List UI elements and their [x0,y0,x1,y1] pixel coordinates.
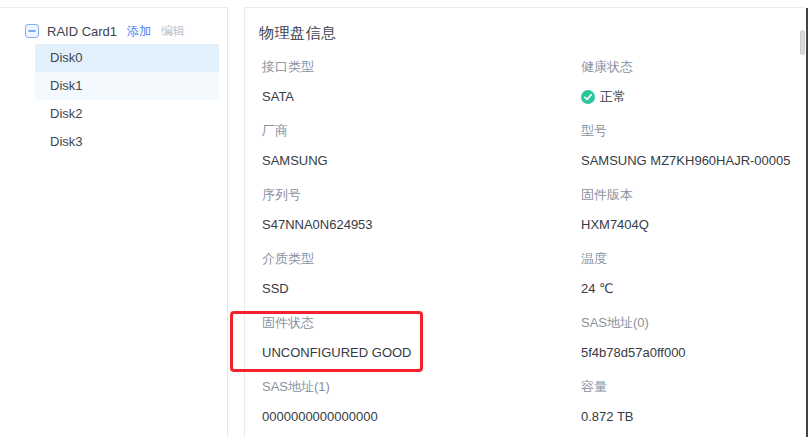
field-health-status: 健康状态 正常 [581,59,806,105]
field-interface-type: 接口类型 SATA [262,59,581,105]
health-status-text: 正常 [600,89,626,105]
field-value: HXM7404Q [581,217,806,233]
field-value: SAMSUNG [262,153,581,169]
field-value: SAMSUNG MZ7KH960HAJR-00005 [581,153,806,169]
field-value: SATA [262,89,581,105]
field-label: 接口类型 [262,59,581,75]
edit-link[interactable]: 编辑 [161,23,185,40]
field-value: 5f4b78d57a0ff000 [581,345,806,361]
field-label: 温度 [581,251,806,267]
add-link[interactable]: 添加 [127,23,151,40]
field-label: 厂商 [262,123,581,139]
field-value: S47NNA0N624953 [262,217,581,233]
field-media-type: 介质类型 SSD [262,251,581,297]
field-sas-address-1: SAS地址(1) 0000000000000000 [262,379,581,425]
field-label: 容量 [581,379,806,395]
field-value: SSD [262,281,581,297]
physical-disk-info-panel: 物理盘信息 接口类型 SATA 健康状态 正常 厂商 SAMSUNG [244,7,806,437]
sidebar-item-disk0[interactable]: Disk0 [35,44,219,72]
field-capacity: 容量 0.872 TB [581,379,806,425]
raid-card-label[interactable]: RAID Card1 [47,24,127,39]
field-value: UNCONFIGURED GOOD [262,345,581,361]
sidebar-item-disk2[interactable]: Disk2 [35,100,219,128]
check-circle-icon [581,90,595,104]
raid-card-node: RAID Card1 添加 编辑 [0,22,227,40]
disk-list: Disk0 Disk1 Disk2 Disk3 [0,44,227,156]
field-vendor: 厂商 SAMSUNG [262,123,581,169]
field-grid: 接口类型 SATA 健康状态 正常 厂商 SAMSUNG 型号 SAMSUNG … [262,59,806,425]
raid-card-actions: 添加 编辑 [127,23,185,40]
window-edge [806,8,808,437]
field-model: 型号 SAMSUNG MZ7KH960HAJR-00005 [581,123,806,169]
sidebar-item-disk1[interactable]: Disk1 [35,72,219,100]
sidebar-item-disk3[interactable]: Disk3 [35,128,219,156]
field-value: 0000000000000000 [262,409,581,425]
scrollbar-thumb[interactable] [800,30,805,55]
field-label: SAS地址(1) [262,379,581,395]
field-sas-address-0: SAS地址(0) 5f4b78d57a0ff000 [581,315,806,361]
field-firmware-state: 固件状态 UNCONFIGURED GOOD [262,315,581,361]
field-label: 型号 [581,123,806,139]
panel-title: 物理盘信息 [259,24,806,42]
field-value: 正常 [581,89,806,105]
field-label: SAS地址(0) [581,315,806,331]
collapse-icon[interactable] [25,24,39,38]
field-label: 介质类型 [262,251,581,267]
field-serial-number: 序列号 S47NNA0N624953 [262,187,581,233]
field-temperature: 温度 24 ℃ [581,251,806,297]
disk-tree-sidebar: RAID Card1 添加 编辑 Disk0 Disk1 Disk2 Disk3 [0,7,228,437]
field-firmware-version: 固件版本 HXM7404Q [581,187,806,233]
field-value: 24 ℃ [581,281,806,297]
field-label: 固件状态 [262,315,581,331]
field-label: 健康状态 [581,59,806,75]
field-value: 0.872 TB [581,409,806,425]
field-label: 序列号 [262,187,581,203]
field-label: 固件版本 [581,187,806,203]
